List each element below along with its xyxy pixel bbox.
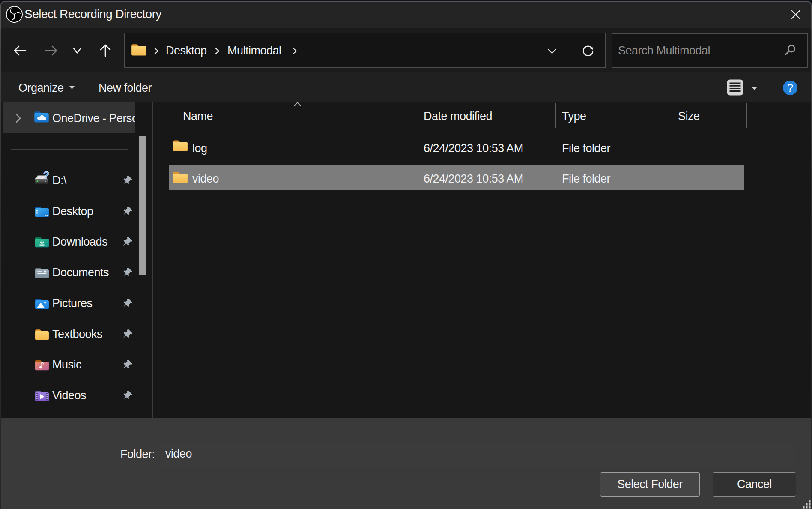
svg-text:?: ? [787,81,793,94]
svg-text:?: ? [43,171,50,181]
